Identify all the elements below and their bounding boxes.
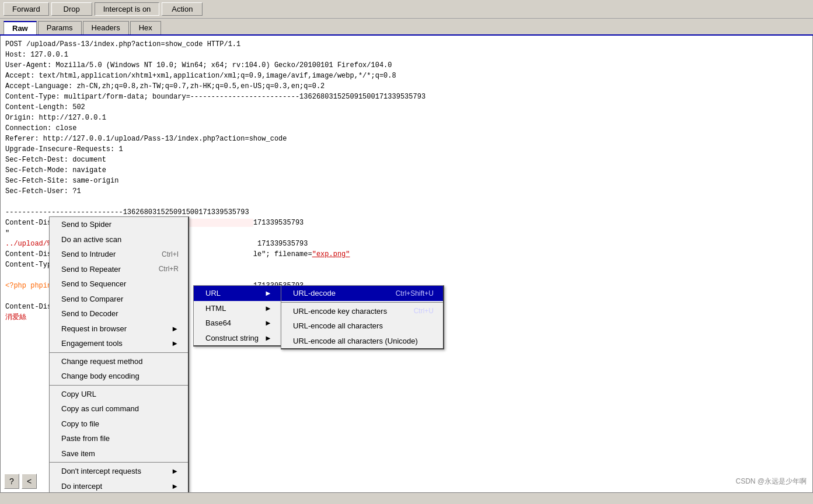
- do-intercept[interactable]: Do intercept ►: [50, 479, 188, 494]
- send-to-comparer[interactable]: Send to Comparer: [50, 292, 188, 307]
- url-encode-key[interactable]: URL-encode key characters Ctrl+U: [281, 304, 443, 319]
- submenu-convert: URL ► HTML ► Base64 ► Construct string ►: [193, 285, 282, 346]
- url-submenu[interactable]: URL ►: [194, 286, 281, 301]
- tab-raw[interactable]: Raw: [4, 21, 37, 34]
- url-separator: [281, 302, 443, 303]
- separator-2: [50, 385, 188, 386]
- tab-hex[interactable]: Hex: [130, 21, 161, 34]
- separator-3: [50, 462, 188, 463]
- tab-headers[interactable]: Headers: [83, 21, 129, 34]
- url-encode-all[interactable]: URL-encode all characters: [281, 318, 443, 334]
- help-button[interactable]: ?: [4, 474, 19, 489]
- copy-to-file[interactable]: Copy to file: [50, 416, 188, 432]
- url-encode-unicode[interactable]: URL-encode all characters (Unicode): [281, 334, 443, 349]
- intercept-button[interactable]: Intercept is on: [95, 2, 160, 16]
- context-menu: Send to Spider Do an active scan Send to…: [49, 216, 189, 493]
- action-button[interactable]: Action: [162, 2, 203, 16]
- change-body-encoding[interactable]: Change body encoding: [50, 369, 188, 384]
- back-button[interactable]: <: [22, 474, 37, 489]
- do-active-scan[interactable]: Do an active scan: [50, 232, 188, 247]
- base64-submenu[interactable]: Base64 ►: [194, 316, 281, 331]
- bottom-nav: ? <: [4, 474, 37, 489]
- separator-1: [50, 352, 188, 353]
- forward-button[interactable]: Forward: [4, 2, 49, 16]
- request-in-browser[interactable]: Request in browser ►: [50, 321, 188, 337]
- construct-string[interactable]: Construct string ►: [194, 331, 281, 346]
- send-to-decoder[interactable]: Send to Decoder: [50, 306, 188, 321]
- drop-button[interactable]: Drop: [51, 2, 92, 16]
- change-request-method[interactable]: Change request method: [50, 354, 188, 369]
- url-decode[interactable]: URL-decode Ctrl+Shift+U: [281, 286, 443, 301]
- paste-from-file[interactable]: Paste from file: [50, 431, 188, 446]
- watermark: CSDN @永远是少年啊: [735, 476, 807, 487]
- dont-intercept[interactable]: Don't intercept requests ►: [50, 464, 188, 479]
- tab-bar: Raw Params Headers Hex: [0, 19, 813, 36]
- toolbar: Forward Drop Intercept is on Action: [0, 0, 813, 19]
- tab-params[interactable]: Params: [38, 21, 82, 34]
- engagement-tools[interactable]: Engagement tools ►: [50, 336, 188, 351]
- send-to-spider[interactable]: Send to Spider: [50, 217, 188, 232]
- submenu-url: URL-decode Ctrl+Shift+U URL-encode key c…: [281, 285, 444, 349]
- content-area: POST /upload/Pass-13/index.php?action=sh…: [0, 36, 813, 493]
- copy-curl[interactable]: Copy as curl command: [50, 401, 188, 416]
- send-to-sequencer[interactable]: Send to Sequencer: [50, 276, 188, 292]
- html-submenu[interactable]: HTML ►: [194, 301, 281, 316]
- send-to-intruder[interactable]: Send to Intruder Ctrl+I: [50, 247, 188, 262]
- copy-url[interactable]: Copy URL: [50, 387, 188, 402]
- save-item[interactable]: Save item: [50, 446, 188, 461]
- send-to-repeater[interactable]: Send to Repeater Ctrl+R: [50, 262, 188, 277]
